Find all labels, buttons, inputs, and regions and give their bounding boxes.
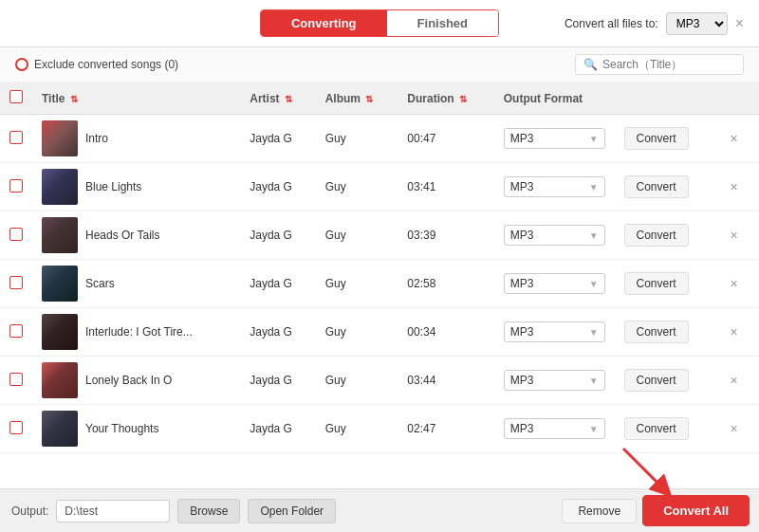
row-checkbox-6[interactable] <box>9 421 23 434</box>
col-remove <box>717 83 759 115</box>
row-duration-cell: 02:58 <box>398 260 493 308</box>
row-remove-button-3[interactable]: × <box>727 276 742 291</box>
row-duration-cell: 00:34 <box>398 308 493 357</box>
song-duration-6: 02:47 <box>407 422 435 435</box>
row-remove-button-1[interactable]: × <box>727 179 742 194</box>
row-remove-button-5[interactable]: × <box>727 373 742 388</box>
row-duration-cell: 02:47 <box>398 405 493 453</box>
table-row: Your Thoughts Jayda G Guy 02:47 MP3 ▼ Co… <box>0 405 759 453</box>
output-label: Output: <box>11 504 48 518</box>
convert-all-format-select[interactable]: MP3 MP4 AAC FLAC <box>666 12 728 35</box>
chevron-down-icon-2: ▼ <box>589 230 599 241</box>
row-duration-cell: 03:39 <box>398 211 493 260</box>
tab-converting[interactable]: Converting <box>261 10 387 36</box>
row-checkbox-2[interactable] <box>9 228 23 241</box>
row-format-value-4: MP3 <box>510 325 534 339</box>
bottom-bar: Output: Browse Open Folder Remove Conver… <box>0 488 759 532</box>
select-all-checkbox[interactable] <box>9 90 23 103</box>
search-box: 🔍 <box>575 54 744 75</box>
close-button[interactable]: × <box>735 15 744 32</box>
row-album-cell: Guy <box>316 163 398 211</box>
row-duration-cell: 03:44 <box>398 357 493 405</box>
row-artist-cell: Jayda G <box>240 211 315 260</box>
duration-sort-icon: ⇅ <box>459 94 467 104</box>
row-format-cell: MP3 ▼ <box>494 163 615 211</box>
song-album-4: Guy <box>325 325 346 339</box>
song-thumbnail-5 <box>42 362 78 398</box>
row-album-cell: Guy <box>316 405 398 453</box>
row-checkbox-3[interactable] <box>9 276 23 289</box>
artist-sort-icon: ⇅ <box>285 94 292 104</box>
album-sort-icon: ⇅ <box>365 94 373 104</box>
row-album-cell: Guy <box>316 357 398 405</box>
convert-button-5[interactable]: Convert <box>624 369 689 392</box>
row-format-dropdown-4[interactable]: MP3 ▼ <box>504 321 605 342</box>
song-artist-2: Jayda G <box>250 229 292 242</box>
chevron-down-icon-6: ▼ <box>589 424 599 434</box>
row-duration-cell: 03:41 <box>398 163 493 211</box>
browse-button[interactable]: Browse <box>177 499 240 523</box>
tab-finished[interactable]: Finished <box>387 10 498 36</box>
song-album-6: Guy <box>325 422 346 435</box>
row-remove-button-0[interactable]: × <box>727 131 742 146</box>
convert-button-6[interactable]: Convert <box>624 417 689 440</box>
row-format-dropdown-2[interactable]: MP3 ▼ <box>504 225 605 246</box>
row-title-cell: Lonely Back In O <box>32 357 240 405</box>
convert-button-1[interactable]: Convert <box>624 175 689 198</box>
chevron-down-icon-1: ▼ <box>589 182 599 193</box>
row-convert-cell: Convert <box>615 163 717 211</box>
row-checkbox-4[interactable] <box>9 324 23 338</box>
row-format-dropdown-1[interactable]: MP3 ▼ <box>504 176 605 197</box>
convert-all-files-label: Convert all files to: <box>565 17 658 30</box>
row-format-cell: MP3 ▼ <box>494 260 615 308</box>
search-input[interactable] <box>602 58 735 71</box>
convert-all-button[interactable]: Convert All <box>644 497 748 524</box>
row-format-cell: MP3 ▼ <box>494 308 615 357</box>
row-format-dropdown-3[interactable]: MP3 ▼ <box>504 273 605 294</box>
row-format-dropdown-5[interactable]: MP3 ▼ <box>504 370 605 391</box>
song-thumbnail-6 <box>42 411 78 447</box>
row-format-dropdown-6[interactable]: MP3 ▼ <box>504 418 605 439</box>
row-format-cell: MP3 ▼ <box>494 115 615 163</box>
row-checkbox-cell <box>0 115 32 163</box>
row-remove-button-4[interactable]: × <box>727 324 742 339</box>
row-artist-cell: Jayda G <box>240 357 315 405</box>
row-checkbox-cell <box>0 260 32 308</box>
song-artist-4: Jayda G <box>250 325 292 339</box>
output-path-input[interactable] <box>56 500 170 523</box>
row-artist-cell: Jayda G <box>240 405 315 453</box>
row-duration-cell: 00:47 <box>398 115 493 163</box>
row-artist-cell: Jayda G <box>240 260 315 308</box>
row-convert-cell: Convert <box>615 115 717 163</box>
row-title-cell: Blue Lights <box>32 163 240 211</box>
row-format-cell: MP3 ▼ <box>494 405 615 453</box>
song-album-3: Guy <box>325 277 346 290</box>
song-artist-5: Jayda G <box>250 374 292 387</box>
table-header-row: Title ⇅ Artist ⇅ Album ⇅ Duration ⇅ Outp… <box>0 83 759 115</box>
row-checkbox-5[interactable] <box>9 373 23 386</box>
chevron-down-icon-3: ▼ <box>589 279 599 289</box>
convert-button-2[interactable]: Convert <box>624 224 689 247</box>
col-output-format: Output Format <box>494 83 615 115</box>
row-format-dropdown-0[interactable]: MP3 ▼ <box>504 128 605 149</box>
filter-bar: Exclude converted songs (0) 🔍 <box>0 47 759 83</box>
col-convert <box>615 83 717 115</box>
col-artist: Artist ⇅ <box>240 83 315 115</box>
convert-button-4[interactable]: Convert <box>624 321 689 343</box>
convert-button-3[interactable]: Convert <box>624 272 689 295</box>
row-remove-button-6[interactable]: × <box>727 421 742 436</box>
chevron-down-icon-0: ▼ <box>589 134 599 144</box>
row-checkbox-1[interactable] <box>9 179 23 193</box>
row-remove-button-2[interactable]: × <box>727 228 742 243</box>
remove-button[interactable]: Remove <box>562 499 637 523</box>
row-format-value-1: MP3 <box>510 180 534 193</box>
convert-button-0[interactable]: Convert <box>624 127 689 150</box>
row-checkbox-cell <box>0 357 32 405</box>
song-album-1: Guy <box>325 180 346 193</box>
open-folder-button[interactable]: Open Folder <box>248 499 336 523</box>
row-format-value-2: MP3 <box>510 229 534 242</box>
row-convert-cell: Convert <box>615 357 717 405</box>
row-checkbox-0[interactable] <box>9 131 23 144</box>
row-format-value-5: MP3 <box>510 374 534 387</box>
song-title-5: Lonely Back In O <box>85 374 172 387</box>
